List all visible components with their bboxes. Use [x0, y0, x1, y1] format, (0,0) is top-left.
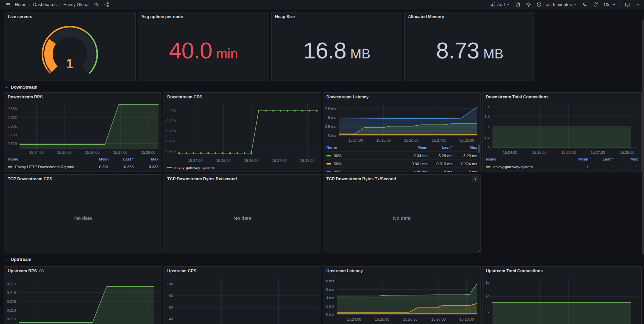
breadcrumb-dashboards[interactable]: Dashboards	[33, 2, 57, 7]
section-upstream[interactable]: UpStream	[5, 255, 644, 263]
legend-row[interactable]: envoy-gateway-system111	[486, 163, 638, 170]
time-range-picker[interactable]: Last 5 minutes	[536, 1, 578, 8]
refresh-interval-label: 10s	[603, 2, 610, 7]
panel-title[interactable]: Heap Size	[272, 12, 402, 21]
timeseries-chart[interactable]: 0.3330.3320.3310.330.32915:24:0015:25:00…	[4, 101, 162, 155]
panel-title[interactable]: Downstream Latency	[323, 93, 480, 101]
gauge: 1	[4, 21, 135, 80]
legend-value: 0.333	[109, 165, 134, 169]
svg-text:15:28:00: 15:28:00	[620, 150, 634, 154]
legend-col-stat[interactable]: Max	[613, 157, 638, 161]
legend-col-stat[interactable]: Last *	[109, 157, 134, 161]
panel-title-label: TCP Downstream Bytes Tx/Second	[326, 177, 396, 181]
panel-title[interactable]: Upstream Total Connections	[482, 267, 641, 275]
svg-text:0: 0	[488, 146, 490, 150]
svg-text:0.217: 0.217	[7, 282, 16, 286]
favorite-button[interactable]	[93, 1, 100, 8]
legend-col-stat[interactable]: Mean	[84, 157, 109, 161]
breadcrumb-home[interactable]: Home	[15, 2, 27, 7]
panel-title[interactable]: Downstream Total Connections	[482, 93, 641, 101]
clock-icon	[537, 2, 542, 7]
legend-value: 3.29 ms	[452, 154, 477, 158]
breadcrumb-separator: ›	[59, 2, 61, 7]
gear-icon	[526, 2, 531, 7]
legend-row[interactable]: 50%0.301 ms0.313 ms0.324 ms	[326, 159, 477, 168]
chevron-down-icon	[573, 3, 577, 6]
panel-title[interactable]: Upstream CPS	[164, 267, 321, 275]
svg-text:15:27:00: 15:27:00	[113, 150, 128, 154]
stat-value-area: 8.73 MB	[405, 21, 535, 79]
timeseries-chart[interactable]: 0.2170.2160.2150.2140.213	[4, 275, 162, 324]
save-icon	[515, 2, 520, 7]
legend-scrollbar[interactable]	[478, 144, 480, 153]
legend-col-name[interactable]: Name	[326, 145, 403, 149]
panel-title[interactable]: Upstream Latency	[323, 267, 480, 275]
zoom-out-button[interactable]	[582, 1, 589, 8]
panel-title-label: Upstream Latency	[326, 269, 363, 273]
legend-item[interactable]: envoy-gateway-system	[167, 166, 214, 170]
svg-text:15:24:00: 15:24:00	[349, 138, 363, 142]
panel-title[interactable]: Downstream CPS	[164, 93, 321, 101]
legend-value: 8 ms	[452, 170, 477, 172]
section-downstream[interactable]: DownStream	[5, 83, 644, 91]
tv-mode-button[interactable]	[624, 1, 631, 8]
chevron-down-icon	[5, 258, 8, 261]
stats-row: Live servers 1 Avg upt	[4, 12, 644, 81]
panel-title[interactable]: TCP Downstream Bytes Tx/Second	[323, 175, 480, 183]
legend-col-stat[interactable]: Last *	[427, 145, 452, 149]
timeseries-chart[interactable]: 7.5 ms5 ms2.5 ms0 ms15:24:0015:25:0015:2…	[323, 101, 480, 143]
panel-allocated-memory: Allocated Memory 8.73 MB	[404, 12, 535, 81]
svg-text:2.5 ms: 2.5 ms	[325, 125, 336, 129]
timeseries-chart[interactable]: 21.510.5015:24:0015:25:0015:26:0015:27:0…	[482, 101, 641, 155]
section-label: UpStream	[11, 257, 31, 262]
svg-text:15:25:00: 15:25:00	[532, 150, 547, 154]
svg-text:15:24:00: 15:24:00	[503, 150, 517, 154]
panel-title[interactable]: Upstream RPS i	[4, 267, 162, 275]
legend-row[interactable]: 90%2.34 ms3.29 ms3.29 ms	[326, 151, 477, 159]
svg-text:15:26:00: 15:26:00	[85, 150, 99, 154]
panel-title[interactable]: TCP Downstream CPS	[4, 175, 162, 183]
svg-text:15:25:00: 15:25:00	[57, 150, 72, 154]
navbar-more-button[interactable]	[635, 2, 641, 7]
panel-title[interactable]: Allocated Memory	[405, 12, 535, 21]
info-icon[interactable]: i	[39, 269, 44, 273]
legend-col-stat[interactable]: Max	[452, 145, 477, 149]
panel-title[interactable]: Avg uptime per node	[138, 12, 269, 21]
legend-col-stat[interactable]: Mean	[403, 145, 427, 149]
panel-menu-icon[interactable]: ⋮	[472, 176, 478, 182]
panel-title[interactable]: Live servers	[4, 12, 135, 21]
grafana-app: Home › Dashboards › Envoy Global Add	[0, 0, 644, 324]
legend-col-stat[interactable]: Mean	[563, 157, 588, 161]
panel-upstream-total-connections: Upstream Total Connections 15105	[482, 266, 642, 324]
page-scrollbar[interactable]	[642, 19, 644, 254]
panel-title-label: TCP Downstream CPS	[8, 177, 52, 181]
series-name: 50%	[334, 162, 341, 166]
panel-title[interactable]: TCP Downstream Bytes Rx/second	[164, 175, 321, 183]
menu-toggle-button[interactable]	[4, 1, 11, 8]
refresh-interval-picker[interactable]: 10s	[602, 1, 617, 8]
legend-row[interactable]: 99%4.89 ms8 ms8 ms	[326, 168, 477, 172]
legend-value: 1	[613, 165, 638, 169]
legend-col-stat[interactable]: Max	[134, 157, 158, 161]
panel-tcp-downstream-cps: TCP Downstream CPS No data	[4, 174, 162, 253]
save-dashboard-button[interactable]	[514, 1, 521, 8]
legend-col-name[interactable]: Name	[486, 157, 563, 161]
legend-row[interactable]: Envoy HTTP Downstream Rq total0.3310.333…	[8, 163, 158, 170]
add-button[interactable]: Add	[489, 1, 511, 8]
legend-col-name[interactable]: Name	[8, 157, 84, 161]
stat-value-area: 16.8 MB	[272, 21, 402, 79]
dashboard-settings-button[interactable]	[525, 1, 532, 8]
panel-title-label: TCP Downstream Bytes Rx/second	[167, 177, 237, 181]
svg-text:0.215: 0.215	[7, 299, 16, 304]
legend-header: NameMeanLast *Max	[8, 155, 158, 163]
stat-value: 40.0	[169, 37, 212, 63]
legend-col-stat[interactable]: Last *	[588, 157, 613, 161]
timeseries-chart[interactable]: 0.30.2990.2980.2970.29615:24:0015:25:001…	[164, 101, 321, 164]
panel-title[interactable]: Downstream RPS	[4, 93, 162, 101]
share-button[interactable]	[103, 1, 110, 8]
svg-text:6 ms: 6 ms	[326, 287, 334, 291]
refresh-button[interactable]	[592, 1, 599, 8]
timeseries-chart[interactable]: 100806040	[164, 275, 321, 324]
timeseries-chart[interactable]: 8 ms6 ms4 ms2 ms0 ms15:24:0015:25:0015:2…	[323, 275, 480, 322]
timeseries-chart[interactable]: 15105	[482, 275, 641, 324]
